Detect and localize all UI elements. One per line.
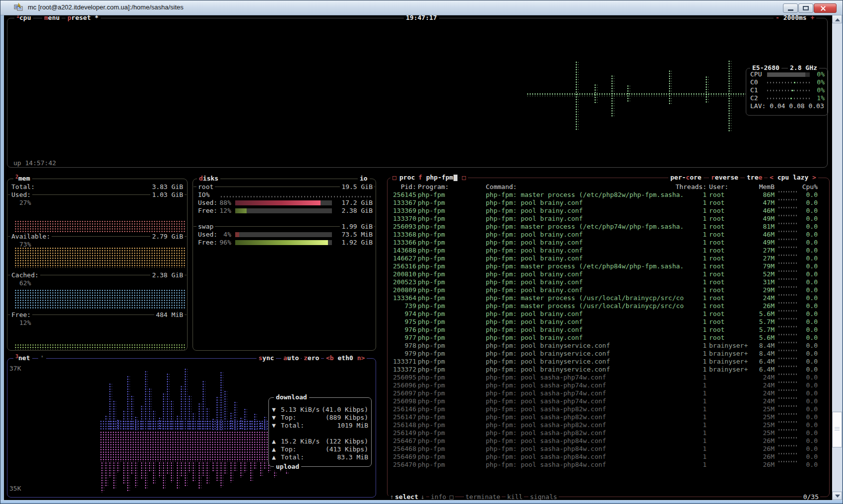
net-auto-button[interactable]: auto (281, 354, 301, 362)
upload-top-label: Top: (281, 445, 296, 453)
net-zero-button[interactable]: zero (302, 354, 321, 362)
proc-cell-mem: 24M (733, 374, 775, 381)
maximize-button[interactable] (798, 3, 813, 13)
proc-row[interactable]: 978php-fpmphp-fpm: pool brainyservice.co… (388, 342, 829, 350)
proc-row[interactable]: 256149php-fpmphp-fpm: pool sasha-php82w.… (388, 429, 829, 437)
proc-cell-threads: 1 (667, 461, 707, 469)
proc-cell-mem: 46M (733, 207, 775, 215)
upload-speed-bits: (122 Kibps) (325, 438, 368, 445)
proc-cell-pid: 133366 (389, 239, 416, 247)
proc-cell-program: php-fpm (418, 389, 445, 397)
proc-row[interactable]: 977php-fpmphp-fpm: pool brainy.conf1root… (388, 334, 829, 342)
scrollbar[interactable] (832, 15, 842, 500)
proc-cell-program: php-fpm (418, 294, 445, 302)
proc-row[interactable]: 976php-fpmphp-fpm: pool brainy.conf1root… (388, 326, 829, 334)
disk-used-value: 17.2 GiB (341, 199, 373, 207)
proc-row[interactable]: 256146php-fpmphp-fpm: pool sasha-php82w.… (388, 405, 829, 413)
graph-dots (180, 385, 184, 430)
proc-row[interactable]: 200523php-fpmphp-fpm: pool brainy.conf1r… (388, 278, 829, 286)
net-sync-button[interactable]: sync (257, 354, 276, 362)
proc-row[interactable]: 256098php-fpmphp-fpm: pool sasha-php74w.… (388, 397, 829, 405)
proc-row[interactable]: 256470php-fpmphp-fpm: pool sasha-php84w.… (388, 461, 829, 469)
proc-cell-cpu: 0.0 (788, 437, 818, 445)
net-scale-bottom: 35K (9, 485, 21, 493)
proc-row[interactable]: 975php-fpmphp-fpm: pool brainy.conf1root… (388, 318, 829, 326)
download-top-label: Top: (281, 414, 296, 422)
proc-cell-command: php-fpm: master process (/usr/local/brai… (486, 294, 684, 302)
graph-dots (259, 422, 263, 430)
proc-row[interactable]: 974php-fpmphp-fpm: pool brainy.conf1root… (388, 310, 829, 318)
proc-row[interactable]: 133370php-fpmphp-fpm: pool brainy.conf1r… (388, 215, 829, 223)
proc-row[interactable]: 146627php-fpmphp-fpm: pool brainy.conf1r… (388, 254, 829, 262)
proc-row[interactable]: 133371php-fpmphp-fpm: pool brainyservice… (388, 358, 829, 366)
graph-dots (170, 400, 174, 430)
graph-dots (113, 462, 116, 490)
proc-row[interactable]: 256316php-fpmphp-fpm: master process (/e… (388, 262, 829, 270)
proc-row[interactable]: 256145php-fpmphp-fpm: master process (/e… (388, 191, 829, 199)
proc-cell-program: php-fpm (418, 278, 445, 286)
proc-cell-cpu: 0.0 (788, 215, 818, 223)
scrollbar-down-button[interactable] (832, 492, 842, 500)
proc-row[interactable]: 256467php-fpmphp-fpm: pool sasha-php84w.… (388, 437, 829, 445)
proc-cell-pid: 256146 (389, 405, 416, 413)
minimize-button[interactable] (783, 3, 798, 13)
proc-row[interactable]: 200810php-fpmphp-fpm: pool brainy.conf1r… (388, 270, 829, 278)
proc-row[interactable]: 133369php-fpmphp-fpm: pool brainy.conf1r… (388, 207, 829, 215)
proc-cell-threads: 1 (667, 239, 707, 247)
download-speed: 5.13 KiB/s (281, 406, 320, 414)
proc-row[interactable]: 256148php-fpmphp-fpm: pool sasha-php82w.… (388, 421, 829, 429)
proc-row[interactable]: 256097php-fpmphp-fpm: pool sasha-php74w.… (388, 389, 829, 397)
proc-cell-threads: 1 (667, 421, 707, 429)
proc-row[interactable]: 200809php-fpmphp-fpm: pool brainy.conf1r… (388, 286, 829, 294)
graph-dots (224, 390, 227, 430)
net-box-title[interactable]: 3net (13, 354, 32, 362)
proc-cell-program: php-fpm (418, 231, 445, 239)
graph-dots (212, 418, 215, 430)
graph-dots (188, 462, 192, 473)
proc-row[interactable]: 256096php-fpmphp-fpm: pool sasha-php74w.… (388, 381, 829, 389)
close-button[interactable] (814, 3, 837, 13)
upload-top-value: (413 Kibps) (325, 445, 368, 453)
proc-cell-pid: 974 (389, 310, 416, 318)
proc-cell-mem: 24M (733, 389, 775, 397)
proc-cell-threads: 1 (667, 270, 707, 278)
proc-cell-mem: 52M (733, 270, 775, 278)
proc-row[interactable]: 143688php-fpmphp-fpm: pool brainy.conf1r… (388, 247, 829, 254)
proc-cell-threads: 1 (667, 247, 707, 254)
proc-cell-pid: 979 (389, 350, 416, 358)
proc-row[interactable]: 256093php-fpmphp-fpm: master process (/e… (388, 223, 829, 231)
disks-box-title[interactable]: disks (197, 175, 220, 183)
proc-cell-pid: 256145 (389, 191, 416, 199)
graph-dots (14, 220, 186, 232)
proc-row[interactable]: 739php-fpmphp-fpm: master process (/usr/… (388, 302, 829, 310)
proc-row[interactable]: 979php-fpmphp-fpm: pool brainyservice.co… (388, 350, 829, 358)
proc-row[interactable]: 133366php-fpmphp-fpm: pool brainy.conf1r… (388, 239, 829, 247)
proc-row[interactable]: 256147php-fpmphp-fpm: pool sasha-php82w.… (388, 413, 829, 421)
proc-row[interactable]: 256468php-fpmphp-fpm: pool sasha-php84w.… (388, 445, 829, 453)
proc-cell-program: php-fpm (418, 207, 445, 215)
core-meter-dot (794, 82, 795, 83)
mem-box-title[interactable]: 2mem (13, 175, 32, 183)
graph-dots (140, 405, 144, 430)
proc-cell-command: php-fpm: pool sasha-php74w.conf (486, 389, 606, 397)
proc-cell-cpu: 0.0 (788, 199, 818, 207)
proc-row[interactable]: 256095php-fpmphp-fpm: pool sasha-php74w.… (388, 374, 829, 381)
proc-cell-mem: 26M (733, 453, 775, 461)
proc-cell-pid: 739 (389, 302, 416, 310)
proc-row[interactable]: 133367php-fpmphp-fpm: pool brainy.conf1r… (388, 199, 829, 207)
net-interface-switch[interactable]: <b eth0 n> (324, 354, 367, 362)
proc-row[interactable]: 133368php-fpmphp-fpm: pool brainy.conf1r… (388, 231, 829, 239)
proc-row[interactable]: 256469php-fpmphp-fpm: pool sasha-php84w.… (388, 453, 829, 461)
download-total-value: 1019 MiB (337, 422, 368, 430)
graph-dots (192, 413, 195, 430)
scrollbar-thumb[interactable] (832, 412, 842, 447)
disks-io-toggle[interactable]: io (358, 175, 370, 183)
proc-row[interactable]: 133372php-fpmphp-fpm: pool brainyservice… (388, 366, 829, 374)
scrollbar-up-button[interactable] (832, 15, 842, 23)
proc-cell-command: php-fpm: pool sasha-php84w.conf (486, 437, 606, 445)
graph-dots (254, 413, 257, 430)
mem-stat-value: 484 MiB (154, 311, 185, 318)
graph-dots (105, 462, 108, 487)
window-titlebar[interactable]: mc [root@a202.itdeveloper.com.ua]:/home/… (0, 0, 843, 15)
proc-row[interactable]: 133364php-fpmphp-fpm: master process (/u… (388, 294, 829, 302)
